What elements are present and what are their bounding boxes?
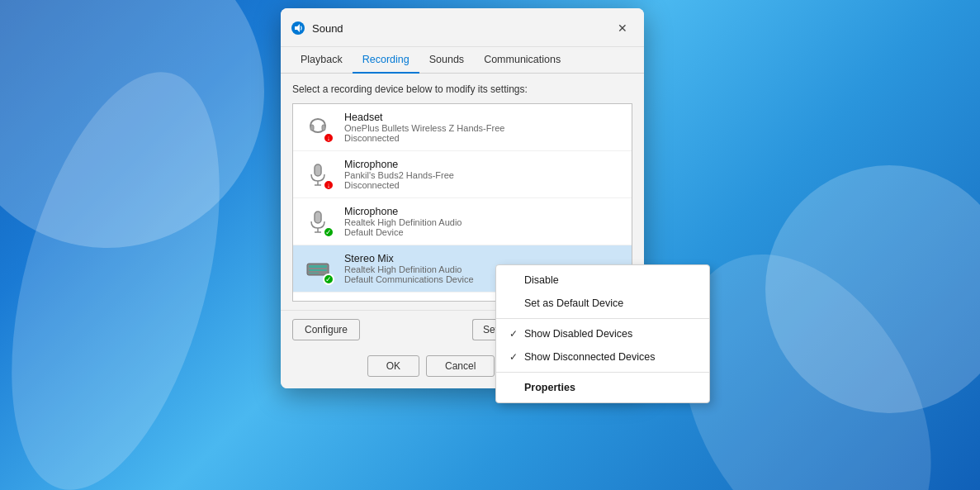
stereo-name: Stereo Mix: [344, 253, 623, 264]
svg-rect-8: [315, 212, 321, 223]
show-disabled-label: Show Disabled Devices: [524, 328, 632, 340]
context-menu-divider-2: [496, 372, 709, 373]
context-menu-item-show-disabled[interactable]: ✓ Show Disabled Devices: [496, 322, 709, 345]
tabs-bar: Playback Recording Sounds Communications: [281, 47, 644, 74]
tab-playback[interactable]: Playback: [291, 47, 353, 74]
mic1-status: Disconnected: [344, 180, 623, 190]
tab-recording[interactable]: Recording: [353, 47, 419, 74]
device-item-mic1[interactable]: ↓ Microphone Pankil's Buds2 Hands-Free D…: [293, 151, 632, 198]
mic2-sub: Realtek High Definition Audio: [344, 217, 612, 227]
mic1-status-badge: ↓: [323, 179, 334, 191]
svg-rect-12: [309, 265, 327, 268]
svg-rect-14: [309, 273, 319, 274]
properties-context-label: Properties: [524, 382, 575, 393]
context-menu-divider-1: [496, 318, 709, 319]
context-menu: Disable Set as Default Device ✓ Show Dis…: [495, 264, 710, 403]
ok-button[interactable]: OK: [367, 355, 419, 377]
device-item-headset[interactable]: ↓ Headset OnePlus Bullets Wireless Z Han…: [293, 104, 632, 151]
headset-icon: ↓: [301, 111, 334, 144]
mic2-icon: ✓: [301, 205, 334, 238]
context-menu-item-show-disconnected[interactable]: ✓ Show Disconnected Devices: [496, 345, 709, 369]
dialog-titlebar: Sound ✕: [281, 8, 644, 47]
context-menu-item-properties[interactable]: Properties: [496, 376, 709, 399]
show-disconnected-label: Show Disconnected Devices: [524, 351, 655, 363]
mic2-info: Microphone Realtek High Definition Audio…: [344, 206, 612, 237]
device-item-mic2[interactable]: ✓ Microphone Realtek High Definition Aud…: [293, 198, 632, 245]
mic2-status: Default Device: [344, 227, 612, 237]
instruction-text: Select a recording device below to modif…: [292, 83, 632, 95]
tab-communications[interactable]: Communications: [474, 47, 570, 74]
context-menu-item-set-default[interactable]: Set as Default Device: [496, 292, 709, 315]
configure-button[interactable]: Configure: [292, 319, 360, 340]
close-button[interactable]: ✕: [611, 17, 634, 40]
svg-rect-4: [322, 125, 325, 131]
show-disconnected-check: ✓: [509, 351, 524, 363]
svg-rect-5: [315, 164, 321, 176]
mic1-info: Microphone Pankil's Buds2 Hands-Free Dis…: [344, 159, 623, 190]
mic2-status-badge: ✓: [323, 226, 334, 238]
dialog-icon: [291, 21, 305, 36]
headset-status-badge: ↓: [323, 132, 334, 144]
show-disabled-check: ✓: [509, 328, 524, 340]
mic1-sub: Pankil's Buds2 Hands-Free: [344, 170, 623, 180]
dialog-title: Sound: [312, 22, 611, 35]
disable-label: Disable: [524, 274, 559, 286]
mic1-icon: ↓: [301, 158, 334, 191]
context-menu-item-disable[interactable]: Disable: [496, 269, 709, 292]
headset-status: Disconnected: [344, 133, 623, 143]
svg-rect-3: [310, 125, 314, 131]
headset-sub: OnePlus Bullets Wireless Z Hands-Free: [344, 123, 623, 133]
mic1-name: Microphone: [344, 159, 623, 170]
svg-rect-13: [309, 269, 327, 271]
mic2-name: Microphone: [344, 206, 612, 217]
stereo-icon: ✓: [301, 252, 334, 285]
stereo-status-badge: ✓: [323, 274, 334, 285]
headset-info: Headset OnePlus Bullets Wireless Z Hands…: [344, 112, 623, 143]
headset-name: Headset: [344, 112, 623, 123]
set-default-device-label: Set as Default Device: [524, 297, 623, 309]
tab-sounds[interactable]: Sounds: [419, 47, 474, 74]
cancel-button[interactable]: Cancel: [426, 355, 495, 377]
